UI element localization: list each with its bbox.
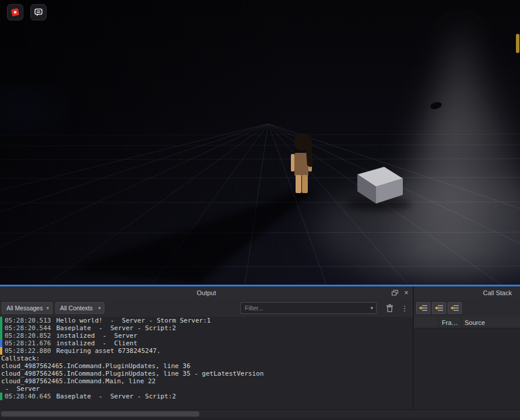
log-row[interactable]: 05:28:20.852instalized - Server (0, 332, 413, 340)
severity-bar (0, 370, 2, 377)
messages-filter-dropdown[interactable]: All Messages ▾ (2, 302, 52, 314)
roblox-logo-icon (10, 7, 20, 18)
chat-icon (33, 7, 44, 18)
close-panel-button[interactable]: × (402, 289, 410, 297)
log-row[interactable]: cloud_4987562465.InCommand.PluginUpdates… (0, 362, 413, 370)
stack-frame-icon (450, 304, 459, 312)
stack-frame-icon (434, 304, 444, 312)
call-stack-column-source[interactable]: Source (462, 317, 520, 328)
severity-bar (0, 385, 2, 393)
log-message: instalized - Client (56, 340, 137, 347)
severity-bar (0, 377, 2, 385)
roblox-studio-window: Output × Call Stack All Messages ▾ All C… (0, 0, 520, 420)
log-message: Hello world! - Server - Storm Server:1 (56, 317, 210, 324)
call-stack-toolbar (414, 299, 520, 317)
output-log[interactable]: 05:28:20.513Hello world! - Server - Stor… (0, 317, 413, 410)
light-beam (315, 20, 520, 281)
log-message: Baseplate - Server - Script:2 (56, 324, 175, 332)
output-panel-header[interactable]: Output × (0, 286, 413, 299)
log-timestamp: 05:28:20.513 (5, 317, 51, 324)
log-message: Callstack: (1, 355, 40, 362)
log-message: Requiring asset 6738245247. (56, 347, 160, 355)
severity-bar (0, 324, 2, 332)
log-row[interactable]: - Server (0, 385, 413, 393)
filter-input[interactable] (241, 304, 367, 312)
severity-bar (0, 362, 2, 370)
severity-bar (0, 340, 2, 347)
contexts-filter-dropdown[interactable]: All Contexts ▾ (55, 302, 104, 314)
log-message: instalized - Server (56, 332, 137, 340)
stack-frame-button-2[interactable] (432, 302, 446, 314)
messages-filter-label: All Messages (6, 304, 43, 312)
roblox-menu-button[interactable] (7, 4, 23, 20)
chat-button[interactable] (30, 4, 47, 20)
log-row[interactable]: 05:28:20.513Hello world! - Server - Stor… (0, 317, 413, 324)
contexts-filter-label: All Contexts (60, 304, 93, 312)
log-message: cloud_4987562465.InCommand.Main, line 22 (1, 377, 156, 385)
log-row[interactable]: 05:28:22.880Requiring asset 6738245247. (0, 347, 413, 355)
stack-frame-icon (419, 304, 428, 312)
trash-icon (386, 304, 393, 312)
call-stack-panel-header[interactable]: Call Stack (414, 286, 520, 299)
log-timestamp: 05:28:22.880 (5, 347, 51, 355)
horizontal-scrollbar[interactable] (0, 410, 520, 418)
call-stack-body[interactable] (414, 317, 520, 410)
part-block[interactable] (346, 167, 412, 211)
log-row[interactable]: cloud_4987562465.InCommand.Main, line 22 (0, 377, 413, 385)
call-stack-column-indicator[interactable] (414, 317, 439, 328)
severity-bar (0, 355, 2, 362)
horizontal-scrollbar-thumb[interactable] (1, 411, 199, 416)
log-timestamp: 05:28:20.544 (5, 324, 51, 332)
log-timestamp: 05:28:40.645 (5, 393, 51, 400)
log-message: cloud_4987562465.InCommand.PluginUpdates… (1, 362, 191, 370)
log-row[interactable]: 05:28:40.645Baseplate - Server - Script:… (0, 393, 413, 400)
call-stack-table-header: Fra… Source (414, 317, 520, 328)
chevron-down-icon: ▾ (370, 305, 373, 311)
log-row[interactable]: 05:28:20.544Baseplate - Server - Script:… (0, 324, 413, 332)
float-window-icon (392, 290, 398, 296)
close-icon: × (404, 289, 408, 296)
chevron-down-icon: ▾ (46, 305, 49, 311)
log-row[interactable]: cloud_4987562465.InCommand.PluginUpdates… (0, 370, 413, 377)
log-timestamp: 05:28:21.676 (5, 340, 51, 347)
filter-combo[interactable]: ▾ (240, 302, 377, 314)
kebab-menu-icon: ⋮ (401, 304, 409, 313)
window-bottom-edge (0, 418, 520, 420)
clear-output-button[interactable] (384, 302, 395, 314)
severity-bar (0, 393, 2, 400)
call-stack-panel-title: Call Stack (483, 289, 512, 296)
call-stack-column-frame[interactable]: Fra… (439, 317, 462, 328)
viewport-scene[interactable] (0, 0, 520, 285)
output-toolbar: All Messages ▾ All Contexts ▾ ▾ ⋮ (0, 299, 413, 317)
output-options-button[interactable]: ⋮ (399, 302, 410, 314)
severity-bar (0, 332, 2, 340)
stack-frame-button-1[interactable] (416, 302, 430, 314)
log-message: - Server (1, 385, 40, 393)
log-message: Baseplate - Server - Script:2 (56, 393, 175, 400)
float-panel-button[interactable] (391, 289, 399, 297)
severity-bar (0, 317, 2, 324)
chevron-down-icon: ▾ (98, 305, 101, 311)
log-message: cloud_4987562465.InCommand.PluginUpdates… (1, 370, 263, 377)
stack-frame-button-3[interactable] (448, 302, 462, 314)
log-row[interactable]: 05:28:21.676instalized - Client (0, 340, 413, 347)
log-row[interactable]: Callstack: (0, 355, 413, 362)
log-timestamp: 05:28:20.852 (5, 332, 51, 340)
game-viewport[interactable] (0, 0, 520, 285)
severity-bar (0, 347, 2, 355)
output-panel-title: Output (196, 289, 216, 296)
viewport-scrollbar-thumb[interactable] (516, 34, 519, 53)
